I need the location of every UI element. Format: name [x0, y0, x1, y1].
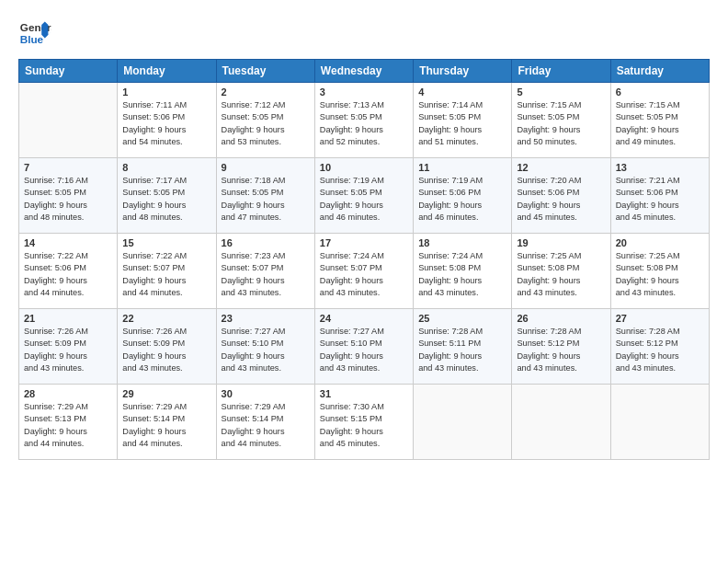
calendar-cell: 3Sunrise: 7:13 AMSunset: 5:05 PMDaylight…: [314, 83, 413, 158]
day-info: Sunrise: 7:13 AMSunset: 5:05 PMDaylight:…: [320, 99, 408, 148]
calendar-cell: 6Sunrise: 7:15 AMSunset: 5:05 PMDaylight…: [610, 83, 709, 158]
day-info: Sunrise: 7:28 AMSunset: 5:11 PMDaylight:…: [418, 326, 506, 374]
calendar-table: SundayMondayTuesdayWednesdayThursdayFrid…: [18, 59, 710, 460]
day-info: Sunrise: 7:27 AMSunset: 5:10 PMDaylight:…: [320, 326, 408, 374]
day-info: Sunrise: 7:12 AMSunset: 5:05 PMDaylight:…: [222, 99, 310, 148]
calendar-cell: 7Sunrise: 7:16 AMSunset: 5:05 PMDaylight…: [19, 158, 118, 234]
calendar-cell: 2Sunrise: 7:12 AMSunset: 5:05 PMDaylight…: [216, 83, 314, 158]
day-number: 2: [222, 86, 310, 98]
svg-text:Blue: Blue: [20, 33, 44, 45]
day-info: Sunrise: 7:26 AMSunset: 5:09 PMDaylight:…: [24, 326, 112, 374]
day-info: Sunrise: 7:22 AMSunset: 5:07 PMDaylight:…: [122, 250, 210, 299]
header: General Blue: [18, 17, 710, 50]
day-number: 19: [517, 237, 605, 248]
col-header-tuesday: Tuesday: [216, 60, 314, 83]
week-row-3: 21Sunrise: 7:26 AMSunset: 5:09 PMDayligh…: [19, 309, 710, 385]
calendar-cell: 31Sunrise: 7:30 AMSunset: 5:15 PMDayligh…: [314, 385, 413, 460]
day-number: 5: [517, 86, 605, 98]
calendar-cell: 24Sunrise: 7:27 AMSunset: 5:10 PMDayligh…: [314, 309, 413, 385]
calendar-cell: 1Sunrise: 7:11 AMSunset: 5:06 PMDaylight…: [118, 83, 216, 158]
day-number: 16: [222, 237, 310, 248]
day-info: Sunrise: 7:15 AMSunset: 5:05 PMDaylight:…: [517, 99, 605, 148]
day-info: Sunrise: 7:25 AMSunset: 5:08 PMDaylight:…: [517, 250, 605, 299]
calendar-cell: 28Sunrise: 7:29 AMSunset: 5:13 PMDayligh…: [19, 385, 118, 460]
day-number: 22: [122, 313, 210, 324]
calendar-cell: 26Sunrise: 7:28 AMSunset: 5:12 PMDayligh…: [512, 309, 610, 385]
calendar-cell: 18Sunrise: 7:24 AMSunset: 5:08 PMDayligh…: [414, 234, 512, 309]
calendar-cell: 27Sunrise: 7:28 AMSunset: 5:12 PMDayligh…: [610, 309, 709, 385]
logo: General Blue: [18, 17, 51, 50]
day-number: 31: [320, 388, 408, 399]
day-number: 3: [320, 86, 408, 98]
day-number: 11: [418, 162, 506, 173]
day-number: 1: [122, 86, 210, 98]
day-number: 15: [122, 237, 210, 248]
day-number: 13: [616, 162, 704, 173]
day-number: 26: [517, 313, 605, 324]
calendar-cell: 5Sunrise: 7:15 AMSunset: 5:05 PMDaylight…: [512, 83, 610, 158]
day-info: Sunrise: 7:20 AMSunset: 5:06 PMDaylight:…: [517, 175, 605, 224]
day-info: Sunrise: 7:29 AMSunset: 5:14 PMDaylight:…: [122, 401, 210, 450]
day-info: Sunrise: 7:24 AMSunset: 5:08 PMDaylight:…: [418, 250, 506, 299]
day-number: 17: [320, 237, 408, 248]
day-info: Sunrise: 7:28 AMSunset: 5:12 PMDaylight:…: [517, 326, 605, 374]
col-header-friday: Friday: [512, 60, 610, 83]
calendar-cell: 29Sunrise: 7:29 AMSunset: 5:14 PMDayligh…: [118, 385, 216, 460]
week-row-0: 1Sunrise: 7:11 AMSunset: 5:06 PMDaylight…: [19, 83, 710, 158]
calendar-cell: [414, 385, 512, 460]
day-number: 14: [24, 237, 112, 248]
day-number: 10: [320, 162, 408, 173]
page: General Blue SundayMondayTuesdayWednesda…: [0, 0, 728, 563]
day-info: Sunrise: 7:28 AMSunset: 5:12 PMDaylight:…: [616, 326, 704, 374]
week-row-4: 28Sunrise: 7:29 AMSunset: 5:13 PMDayligh…: [19, 385, 710, 460]
col-header-saturday: Saturday: [610, 60, 709, 83]
day-info: Sunrise: 7:24 AMSunset: 5:07 PMDaylight:…: [320, 250, 408, 299]
day-info: Sunrise: 7:25 AMSunset: 5:08 PMDaylight:…: [616, 250, 704, 299]
day-number: 29: [122, 388, 210, 399]
day-info: Sunrise: 7:27 AMSunset: 5:10 PMDaylight:…: [222, 326, 310, 374]
calendar-cell: 9Sunrise: 7:18 AMSunset: 5:05 PMDaylight…: [216, 158, 314, 234]
logo-icon: General Blue: [18, 17, 51, 50]
col-header-monday: Monday: [118, 60, 216, 83]
day-number: 30: [222, 388, 310, 399]
day-number: 24: [320, 313, 408, 324]
calendar-cell: 19Sunrise: 7:25 AMSunset: 5:08 PMDayligh…: [512, 234, 610, 309]
calendar-cell: 8Sunrise: 7:17 AMSunset: 5:05 PMDaylight…: [118, 158, 216, 234]
day-number: 18: [418, 237, 506, 248]
day-number: 20: [616, 237, 704, 248]
calendar-cell: 14Sunrise: 7:22 AMSunset: 5:06 PMDayligh…: [19, 234, 118, 309]
calendar-cell: 4Sunrise: 7:14 AMSunset: 5:05 PMDaylight…: [414, 83, 512, 158]
day-info: Sunrise: 7:23 AMSunset: 5:07 PMDaylight:…: [222, 250, 310, 299]
day-number: 9: [222, 162, 310, 173]
day-info: Sunrise: 7:18 AMSunset: 5:05 PMDaylight:…: [222, 175, 310, 224]
calendar-cell: [512, 385, 610, 460]
day-number: 25: [418, 313, 506, 324]
day-info: Sunrise: 7:29 AMSunset: 5:14 PMDaylight:…: [222, 401, 310, 450]
day-info: Sunrise: 7:22 AMSunset: 5:06 PMDaylight:…: [24, 250, 112, 299]
day-info: Sunrise: 7:15 AMSunset: 5:05 PMDaylight:…: [616, 99, 704, 148]
calendar-cell: [610, 385, 709, 460]
week-row-2: 14Sunrise: 7:22 AMSunset: 5:06 PMDayligh…: [19, 234, 710, 309]
day-info: Sunrise: 7:19 AMSunset: 5:05 PMDaylight:…: [320, 175, 408, 224]
calendar-cell: 13Sunrise: 7:21 AMSunset: 5:06 PMDayligh…: [610, 158, 709, 234]
week-row-1: 7Sunrise: 7:16 AMSunset: 5:05 PMDaylight…: [19, 158, 710, 234]
col-header-sunday: Sunday: [19, 60, 118, 83]
day-number: 6: [616, 86, 704, 98]
day-info: Sunrise: 7:17 AMSunset: 5:05 PMDaylight:…: [122, 175, 210, 224]
calendar-cell: 23Sunrise: 7:27 AMSunset: 5:10 PMDayligh…: [216, 309, 314, 385]
day-number: 27: [616, 313, 704, 324]
day-info: Sunrise: 7:11 AMSunset: 5:06 PMDaylight:…: [122, 99, 210, 148]
day-number: 23: [222, 313, 310, 324]
day-number: 4: [418, 86, 506, 98]
day-number: 8: [122, 162, 210, 173]
calendar-cell: 10Sunrise: 7:19 AMSunset: 5:05 PMDayligh…: [314, 158, 413, 234]
day-info: Sunrise: 7:16 AMSunset: 5:05 PMDaylight:…: [24, 175, 112, 224]
day-info: Sunrise: 7:26 AMSunset: 5:09 PMDaylight:…: [122, 326, 210, 374]
day-info: Sunrise: 7:30 AMSunset: 5:15 PMDaylight:…: [320, 401, 408, 450]
col-header-wednesday: Wednesday: [314, 60, 413, 83]
day-info: Sunrise: 7:29 AMSunset: 5:13 PMDaylight:…: [24, 401, 112, 450]
day-number: 28: [24, 388, 112, 399]
calendar-cell: 22Sunrise: 7:26 AMSunset: 5:09 PMDayligh…: [118, 309, 216, 385]
col-header-thursday: Thursday: [414, 60, 512, 83]
calendar-cell: 21Sunrise: 7:26 AMSunset: 5:09 PMDayligh…: [19, 309, 118, 385]
